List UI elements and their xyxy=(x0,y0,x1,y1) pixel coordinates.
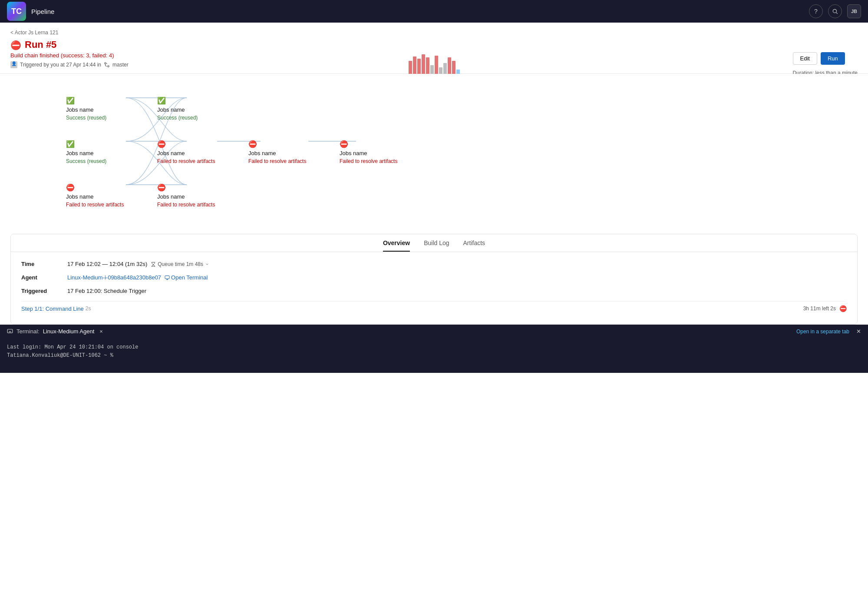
run-branch: master xyxy=(112,62,129,68)
pipeline-node-n7[interactable]: ⛔ Jobs name Failed to resolve artifacts xyxy=(243,136,311,168)
chart-bar xyxy=(430,65,434,74)
node-name: Jobs name xyxy=(157,106,198,113)
time-value-text: 17 Feb 12:02 — 12:04 (1m 32s) xyxy=(67,261,147,267)
open-terminal-link[interactable]: Open Terminal xyxy=(171,274,208,281)
terminal-bar-icon xyxy=(7,329,13,335)
terminal-last-login: Last login: Mon Apr 24 10:21:04 on conso… xyxy=(7,343,861,352)
queue-label: Queue time 1m 48s xyxy=(158,261,203,267)
app-logo[interactable]: TC xyxy=(7,2,26,21)
open-terminal-btn[interactable]: Open Terminal xyxy=(165,274,208,281)
pipeline-node-n4[interactable]: ✅ Jobs name Success (reused) xyxy=(152,93,203,124)
page-header-container: < Actor Js Lerna 121 ⛔ Run #5 Build chai… xyxy=(0,23,868,74)
pipeline-node-n3[interactable]: ⛔ Jobs name Failed to resolve artifacts xyxy=(61,180,129,211)
node-failed-icon: ⛔ xyxy=(248,140,306,148)
chart-bar xyxy=(448,57,451,74)
chart-bar xyxy=(409,61,412,74)
node-name: Jobs name xyxy=(66,150,106,156)
branch-icon xyxy=(104,62,110,68)
node-name: Jobs name xyxy=(66,193,124,200)
agent-link[interactable]: Linux-Medium-i-09b8a648a230b8e07 xyxy=(67,274,161,281)
chart-bar xyxy=(443,63,447,74)
node-success-icon: ✅ xyxy=(66,96,106,105)
pipeline-node-n2[interactable]: ✅ Jobs name Success (reused) xyxy=(61,136,112,168)
svg-line-1 xyxy=(836,13,838,14)
tab-buildlog[interactable]: Build Log xyxy=(424,239,449,252)
node-status: Success (reused) xyxy=(66,115,106,121)
chart-bar xyxy=(417,59,421,74)
node-status: Failed to resolve artifacts xyxy=(157,158,215,164)
node-name: Jobs name xyxy=(66,106,106,113)
terminal-close-all-button[interactable]: ✕ xyxy=(856,328,861,335)
chart-bar xyxy=(413,56,416,74)
terminal-prompt[interactable]: Tatiana.Konvaliuk@DE-UNIT-1062 ~ % xyxy=(7,352,861,360)
triggered-label: Triggered xyxy=(21,288,60,294)
terminal-bar: Terminal: Linux-Medium Agent × Open in a… xyxy=(0,325,868,338)
triggered-value: 17 Feb 12:00: Schedule Trigger xyxy=(67,288,146,294)
terminal-agent-name: Linux-Medium Agent xyxy=(43,328,95,335)
pipeline-node-n5[interactable]: ⛔ Jobs name Failed to resolve artifacts xyxy=(152,136,220,168)
navbar: TC Pipeline ? JB xyxy=(0,0,868,23)
step-time-left: 3h 11m left 2s xyxy=(803,306,836,312)
terminal-body: Last login: Mon Apr 24 10:21:04 on conso… xyxy=(0,338,868,373)
run-title-row: ⛔ Run #5 xyxy=(10,39,858,50)
svg-point-3 xyxy=(108,66,109,67)
terminal-close-button[interactable]: × xyxy=(99,328,103,335)
agent-label: Agent xyxy=(21,274,60,281)
queue-time[interactable]: Queue time 1m 48s xyxy=(151,261,209,267)
open-separate-tab-link[interactable]: Open in a separate tab xyxy=(796,329,849,335)
breadcrumb[interactable]: < Actor Js Lerna 121 xyxy=(10,30,858,36)
chart-bar xyxy=(452,61,455,74)
detail-tabs: Overview Build Log Artifacts xyxy=(11,234,857,252)
logo-text: TC xyxy=(11,7,22,16)
terminal-label-text: Terminal: xyxy=(17,328,40,335)
pipeline-node-n1[interactable]: ✅ Jobs name Success (reused) xyxy=(61,93,112,124)
app-title: Pipeline xyxy=(31,8,54,15)
time-row: Time 17 Feb 12:02 — 12:04 (1m 32s) Queue… xyxy=(21,261,847,267)
help-icon: ? xyxy=(814,8,818,15)
chart-bar xyxy=(426,57,429,74)
svg-rect-5 xyxy=(165,276,169,279)
hourglass-icon xyxy=(151,262,156,267)
time-label: Time xyxy=(21,261,60,267)
svg-point-0 xyxy=(833,9,836,13)
tab-artifacts[interactable]: Artifacts xyxy=(463,239,485,252)
chart-bar xyxy=(439,67,442,74)
node-failed-icon: ⛔ xyxy=(157,140,215,148)
pipeline-node-n6[interactable]: ⛔ Jobs name Failed to resolve artifacts xyxy=(152,180,220,211)
trigger-icon: 👤 xyxy=(10,61,17,68)
avatar-initials: JB xyxy=(851,9,857,14)
node-name: Jobs name xyxy=(340,150,397,156)
step-right-info: 3h 11m left 2s ⛔ xyxy=(803,305,847,312)
node-failed-icon: ⛔ xyxy=(157,183,215,192)
run-button[interactable]: Run xyxy=(821,52,845,65)
node-status: Failed to resolve artifacts xyxy=(66,202,124,208)
edit-button[interactable]: Edit xyxy=(793,52,817,65)
terminal-icon xyxy=(165,275,170,280)
step-name[interactable]: Step 1/1: Command Line xyxy=(21,306,84,312)
node-name: Jobs name xyxy=(248,150,306,156)
run-status-icon: ⛔ xyxy=(10,40,21,50)
run-title: Run #5 xyxy=(25,39,56,50)
agent-row: Agent Linux-Medium-i-09b8a648a230b8e07 O… xyxy=(21,274,847,281)
user-avatar[interactable]: JB xyxy=(847,4,861,18)
tab-artifacts-label: Artifacts xyxy=(463,239,485,246)
action-buttons: Edit Run xyxy=(793,52,858,65)
chart-bar xyxy=(422,54,425,74)
time-value: 17 Feb 12:02 — 12:04 (1m 32s) Queue time… xyxy=(67,261,209,267)
node-failed-icon: ⛔ xyxy=(340,140,397,148)
step-row: Step 1/1: Command Line 2s 3h 11m left 2s… xyxy=(21,301,847,315)
step-duration: 2s xyxy=(86,306,91,312)
tab-overview-label: Overview xyxy=(383,239,410,246)
run-meta-text: Triggered by you at 27 Apr 14:44 in xyxy=(20,62,101,68)
tab-overview[interactable]: Overview xyxy=(383,239,410,252)
tab-buildlog-label: Build Log xyxy=(424,239,449,246)
triggered-row: Triggered 17 Feb 12:00: Schedule Trigger xyxy=(21,288,847,294)
help-button[interactable]: ? xyxy=(809,4,823,18)
node-success-icon: ✅ xyxy=(66,140,106,148)
pipeline-node-n8[interactable]: ⛔ Jobs name Failed to resolve artifacts xyxy=(334,136,403,168)
queue-chevron-icon[interactable] xyxy=(205,262,209,266)
node-name: Jobs name xyxy=(157,150,215,156)
node-status: Failed to resolve artifacts xyxy=(340,158,397,164)
node-status: Failed to resolve artifacts xyxy=(157,202,215,208)
search-button[interactable] xyxy=(828,4,842,18)
